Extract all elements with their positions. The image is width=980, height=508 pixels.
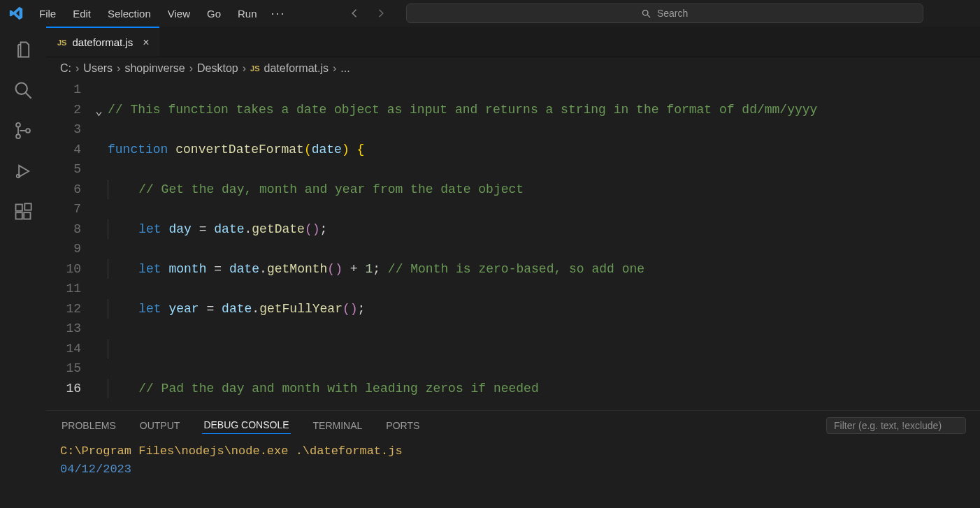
bottom-panel: PROBLEMS OUTPUT DEBUG CONSOLE TERMINAL P… (46, 410, 980, 508)
main-menu: File Edit Selection View Go Run (32, 5, 264, 22)
chevron-right-icon: › (75, 62, 79, 75)
extensions-icon[interactable] (13, 201, 34, 222)
breadcrumb-drive[interactable]: C: (60, 62, 71, 75)
svg-rect-9 (16, 212, 22, 219)
svg-point-2 (16, 83, 27, 94)
breadcrumb-segment[interactable]: Desktop (197, 62, 238, 75)
panel-filter-input[interactable]: Filter (e.g. text, !exclude) (826, 417, 966, 434)
panel-tab-output[interactable]: OUTPUT (138, 417, 182, 434)
code-editor[interactable]: 12345678910111213141516 ⌄ // This functi… (46, 80, 980, 410)
js-file-icon: JS (250, 64, 259, 73)
console-command: C:\Program Files\nodejs\node.exe .\datef… (60, 442, 966, 460)
run-debug-icon[interactable] (13, 161, 34, 182)
svg-point-6 (26, 129, 30, 133)
menu-overflow-icon[interactable]: ··· (264, 3, 293, 24)
menu-selection[interactable]: Selection (101, 5, 158, 22)
vscode-logo-icon (6, 3, 27, 24)
code-content[interactable]: // This function takes a date object as … (108, 80, 980, 410)
menu-go[interactable]: Go (200, 5, 228, 22)
breadcrumb-segment[interactable]: Users (83, 62, 113, 75)
chevron-right-icon: › (243, 62, 246, 75)
source-control-icon[interactable] (13, 120, 34, 141)
tab-filename: dateformat.js (72, 36, 133, 48)
explorer-icon[interactable] (13, 39, 34, 60)
panel-tab-terminal[interactable]: TERMINAL (312, 417, 364, 434)
menu-edit[interactable]: Edit (66, 5, 98, 22)
js-file-icon: JS (57, 38, 66, 47)
search-icon (641, 8, 651, 19)
menu-run[interactable]: Run (231, 5, 264, 22)
breadcrumb-segment[interactable]: shopinverse (124, 62, 185, 75)
line-number-gutter: 12345678910111213141516 (46, 80, 95, 410)
close-icon[interactable]: × (143, 36, 149, 49)
svg-rect-10 (24, 212, 30, 219)
console-output: 04/12/2023 (60, 460, 966, 479)
activity-bar (0, 27, 46, 508)
menu-file[interactable]: File (32, 5, 63, 22)
panel-tab-ports[interactable]: PORTS (384, 417, 421, 434)
nav-arrows (349, 7, 387, 20)
menu-view[interactable]: View (161, 5, 197, 22)
svg-line-1 (647, 15, 650, 17)
nav-forward-icon[interactable] (374, 7, 387, 20)
nav-back-icon[interactable] (349, 7, 361, 20)
svg-line-3 (26, 93, 31, 99)
command-center-search[interactable]: Search (406, 3, 923, 23)
search-sidebar-icon[interactable] (13, 80, 34, 101)
tab-dateformat[interactable]: JS dateformat.js × (46, 27, 159, 57)
svg-point-7 (17, 175, 20, 178)
breadcrumb-file[interactable]: dateformat.js (264, 62, 329, 75)
breadcrumb-tail[interactable]: ... (340, 62, 350, 75)
svg-point-0 (642, 10, 648, 15)
chevron-down-icon[interactable]: ⌄ (95, 101, 103, 122)
chevron-right-icon: › (117, 62, 120, 75)
debug-console-body[interactable]: C:\Program Files\nodejs\node.exe .\datef… (46, 434, 980, 508)
search-placeholder: Search (657, 8, 688, 19)
editor-tab-bar: JS dateformat.js × (46, 27, 980, 57)
fold-gutter[interactable]: ⌄ (95, 80, 108, 410)
svg-point-5 (16, 134, 20, 138)
chevron-right-icon: › (333, 62, 336, 75)
chevron-right-icon: › (189, 62, 193, 75)
title-bar: File Edit Selection View Go Run ··· Sear… (0, 0, 980, 27)
svg-rect-8 (16, 205, 22, 211)
svg-rect-11 (24, 203, 31, 210)
panel-tab-problems[interactable]: PROBLEMS (60, 417, 117, 434)
panel-tab-bar: PROBLEMS OUTPUT DEBUG CONSOLE TERMINAL P… (46, 411, 980, 434)
svg-point-4 (16, 123, 20, 127)
panel-tab-debug-console[interactable]: DEBUG CONSOLE (202, 416, 290, 434)
breadcrumb[interactable]: C: › Users › shopinverse › Desktop › JS … (46, 57, 980, 80)
